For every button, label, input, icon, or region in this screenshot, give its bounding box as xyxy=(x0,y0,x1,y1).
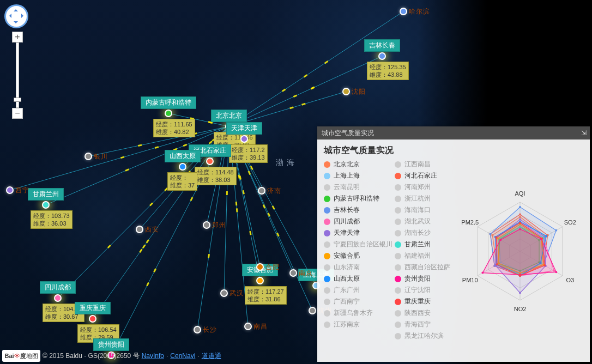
legend-item[interactable]: 安徽合肥 xyxy=(324,251,395,260)
city-marker[interactable] xyxy=(309,307,316,314)
city-marker-taiyuan[interactable] xyxy=(179,163,186,171)
city-marker-changchun[interactable] xyxy=(378,52,386,60)
attribution-bar: Bai👁度地图 © 2015 Baidu - GS(2015)2650 号 Na… xyxy=(2,350,221,362)
coord-box-tianjin: 经度：117.2维度：39.13 xyxy=(229,144,268,163)
legend-item[interactable]: 湖北武汉 xyxy=(395,217,450,226)
pan-up-icon[interactable] xyxy=(14,7,18,11)
map-root[interactable]: + − 渤海 北京北京经度：116.46维度：39.92天津天津经度：117.2… xyxy=(0,0,592,364)
svg-point-174 xyxy=(543,264,546,266)
city-marker[interactable] xyxy=(342,88,350,95)
legend-item[interactable]: 江苏南京 xyxy=(324,320,395,329)
legend-item[interactable]: 福建福州 xyxy=(395,251,450,260)
pan-left-icon[interactable] xyxy=(7,14,11,18)
svg-point-176 xyxy=(496,263,498,265)
legend-item[interactable]: 内蒙古呼和浩特 xyxy=(324,194,395,203)
panel-header[interactable]: 城市空气质量实况 ⇲ xyxy=(317,126,590,139)
coord-box-hefei: 经度：117.27维度：31.86 xyxy=(245,286,287,305)
city-marker[interactable] xyxy=(244,323,252,330)
legend-label: 吉林长春 xyxy=(334,205,360,215)
collapse-icon[interactable]: ⇲ xyxy=(581,126,585,139)
legend-item[interactable]: 江西南昌 xyxy=(395,160,450,169)
city-marker[interactable] xyxy=(400,8,407,15)
zoom-in-button[interactable]: + xyxy=(12,32,23,43)
legend-label: 宁夏回族自治区银川 xyxy=(334,240,392,249)
city-marker[interactable] xyxy=(194,326,201,333)
legend-item[interactable]: 西藏自治区拉萨 xyxy=(395,263,450,272)
legend-item[interactable]: 甘肃兰州 xyxy=(395,240,450,249)
legend-item[interactable]: 辽宁沈阳 xyxy=(395,286,450,295)
aqi-panel: 城市空气质量实况 ⇲ 城市空气质量实况 北京北京上海上海云南昆明内蒙古呼和浩特吉… xyxy=(317,126,590,362)
legend-label: 福建福州 xyxy=(404,251,431,260)
legend-item[interactable]: 广西南宁 xyxy=(324,297,395,306)
legend-swatch xyxy=(324,241,330,248)
legend-item[interactable]: 黑龙江哈尔滨 xyxy=(395,331,450,341)
legend-swatch xyxy=(395,173,401,179)
svg-point-172 xyxy=(519,222,521,224)
pan-down-icon[interactable] xyxy=(14,21,18,26)
city-marker[interactable] xyxy=(289,269,297,277)
city-label-changchun[interactable]: 吉林长春 xyxy=(364,39,400,52)
legend-item[interactable]: 天津天津 xyxy=(324,228,395,238)
legend-item[interactable]: 宁夏回族自治区银川 xyxy=(324,240,395,249)
legend-item[interactable]: 青海西宁 xyxy=(395,320,450,329)
legend-swatch xyxy=(324,321,330,328)
legend-item[interactable]: 重庆重庆 xyxy=(395,297,450,306)
legend-item[interactable]: 上海上海 xyxy=(324,171,395,180)
cennavi-link[interactable]: CenNavi xyxy=(170,352,195,360)
legend-item[interactable]: 湖南长沙 xyxy=(395,228,450,238)
legend-item[interactable]: 浙江杭州 xyxy=(395,194,450,203)
legend-item[interactable]: 贵州贵阳 xyxy=(395,274,450,283)
legend-label: 内蒙古呼和浩特 xyxy=(334,194,379,203)
city-marker[interactable] xyxy=(220,289,228,297)
legend-swatch xyxy=(324,310,330,317)
legend-label: 河北石家庄 xyxy=(404,171,437,180)
city-label-guiyang[interactable]: 贵州贵阳 xyxy=(93,338,129,351)
city-marker[interactable] xyxy=(136,226,143,233)
zoom-out-button[interactable]: − xyxy=(12,108,23,119)
legend-swatch xyxy=(395,264,401,271)
pan-right-icon[interactable] xyxy=(21,14,26,18)
legend-label: 江苏南京 xyxy=(334,320,360,329)
city-marker-chongqing[interactable] xyxy=(89,315,96,323)
legend-item[interactable]: 陕西西安 xyxy=(395,308,450,318)
city-marker-shijiazhuang[interactable] xyxy=(206,157,214,165)
zoom-slider-thumb[interactable] xyxy=(14,98,21,102)
legend-item[interactable]: 四川成都 xyxy=(324,217,395,226)
navinfo-link[interactable]: NavInfo xyxy=(142,352,164,360)
city-marker[interactable] xyxy=(256,263,264,271)
coord-box-changchun: 经度：125.35维度：43.88 xyxy=(367,62,409,80)
city-label-hohhot[interactable]: 内蒙古呼和浩特 xyxy=(141,96,196,109)
city-marker-lanzhou[interactable] xyxy=(42,201,50,209)
zoom-slider-track[interactable] xyxy=(16,43,19,108)
city-label-tianjin[interactable]: 天津天津 xyxy=(226,122,262,135)
city-marker-tianjin[interactable] xyxy=(240,135,248,143)
city-label-chengdu[interactable]: 四川成都 xyxy=(40,281,76,294)
city-label-beijing[interactable]: 北京北京 xyxy=(211,110,247,122)
legend-item[interactable]: 山东济南 xyxy=(324,263,395,272)
legend-item[interactable]: 北京北京 xyxy=(324,160,395,169)
city-label-lanzhou[interactable]: 甘肃兰州 xyxy=(28,188,64,201)
city-label-taiyuan[interactable]: 山西太原 xyxy=(165,150,201,162)
legend-item[interactable]: 山西太原 xyxy=(324,274,395,283)
city-marker[interactable] xyxy=(258,187,265,195)
legend-item[interactable]: 新疆乌鲁木齐 xyxy=(324,308,395,318)
coord-box-hohhot: 经度：111.65维度：40.82 xyxy=(153,119,195,137)
legend-item[interactable]: 广东广州 xyxy=(324,286,395,295)
pan-control[interactable] xyxy=(4,4,28,28)
legend-item[interactable]: 海南海口 xyxy=(395,205,450,215)
legend-item[interactable]: 河南郑州 xyxy=(395,183,450,192)
city-marker-hefei[interactable] xyxy=(256,277,264,284)
daodao-link[interactable]: 道道通 xyxy=(202,351,221,361)
city-marker[interactable] xyxy=(6,186,14,194)
legend-label: 山东济南 xyxy=(334,263,360,272)
legend-item[interactable]: 吉林长春 xyxy=(324,205,395,215)
city-marker-chengdu[interactable] xyxy=(54,294,62,302)
city-label-chongqing[interactable]: 重庆重庆 xyxy=(75,302,111,314)
legend-item[interactable]: 河北石家庄 xyxy=(395,171,450,180)
svg-point-175 xyxy=(519,275,521,277)
legend-item[interactable]: 云南昆明 xyxy=(324,183,395,192)
city-marker-hohhot[interactable] xyxy=(165,110,172,117)
city-marker[interactable] xyxy=(203,221,210,229)
legend-label: 安徽合肥 xyxy=(334,251,360,260)
city-marker[interactable] xyxy=(84,153,92,160)
